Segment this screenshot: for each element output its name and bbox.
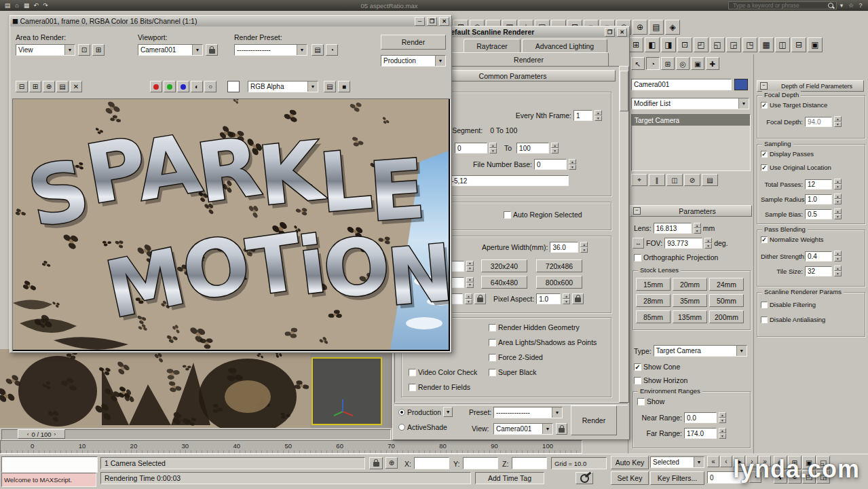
sample-radius-field[interactable]: 1.0 bbox=[805, 194, 832, 204]
undo-icon[interactable]: ↶ bbox=[31, 2, 41, 9]
lens-preset-button[interactable]: 50mm bbox=[709, 294, 744, 307]
dither-strength-spinner[interactable]: ▴▾ bbox=[834, 251, 842, 261]
area-lights-checkbox[interactable] bbox=[489, 339, 496, 346]
open-file-icon[interactable]: ⌂ bbox=[12, 2, 22, 9]
clear-image-icon[interactable]: ✕ bbox=[70, 81, 82, 92]
range-to-field[interactable]: 100 bbox=[516, 143, 549, 153]
hierarchy-tab[interactable]: ⊞ bbox=[661, 57, 675, 70]
pixel-aspect-lock-icon[interactable] bbox=[572, 293, 584, 304]
go-to-start-icon[interactable]: « bbox=[707, 456, 719, 467]
tile-size-field[interactable]: 32 bbox=[805, 266, 832, 276]
orthographic-checkbox[interactable] bbox=[634, 254, 641, 261]
set-keys-button[interactable] bbox=[575, 472, 593, 484]
minimize-icon[interactable]: ─ bbox=[415, 17, 425, 26]
clone-window-icon[interactable]: ⊕ bbox=[43, 81, 55, 92]
res-preset-button[interactable]: 720x486 bbox=[536, 259, 582, 272]
dither-strength-field[interactable]: 0.4 bbox=[805, 251, 832, 261]
auto-region-icon[interactable]: ⊞ bbox=[92, 44, 105, 56]
copy-image-icon[interactable]: ⊞ bbox=[29, 81, 41, 92]
disable-antialiasing-checkbox[interactable] bbox=[761, 316, 768, 323]
previous-frame-icon[interactable]: ‹ bbox=[720, 456, 732, 467]
communication-center-icon[interactable]: ▾ bbox=[837, 2, 846, 9]
maximize-icon[interactable]: ❐ bbox=[605, 28, 615, 37]
stack-item-selected[interactable]: Target Camera bbox=[632, 115, 750, 126]
rfw-render-button[interactable]: Render bbox=[381, 35, 446, 50]
range-to-spinner[interactable]: ▴▾ bbox=[551, 143, 559, 153]
manage-scene-icon[interactable]: ◈ bbox=[665, 20, 680, 35]
range-from-spinner[interactable]: ▴▾ bbox=[489, 143, 497, 153]
favorites-star-icon[interactable]: ☆ bbox=[846, 2, 856, 9]
maxscript-mini-listener-pink[interactable]: Welcome to MAXScript. bbox=[1, 473, 96, 487]
viewport-lock-icon[interactable] bbox=[206, 44, 218, 56]
lens-preset-button[interactable]: 20mm bbox=[673, 278, 707, 291]
time-slider-handle[interactable]: ‹ 0 / 100 › bbox=[18, 429, 65, 439]
output-width-spinner[interactable]: ▴▾ bbox=[466, 261, 474, 272]
array-icon[interactable]: ▤ bbox=[649, 20, 664, 35]
camera-type-dropdown[interactable]: Target Camera▼ bbox=[654, 345, 747, 357]
x-coordinate-field[interactable] bbox=[414, 457, 449, 469]
set-key-button[interactable]: Set Key bbox=[611, 471, 649, 485]
near-range-field[interactable]: 0.0 bbox=[684, 412, 717, 423]
toolbar2-icon-5[interactable]: ◰ bbox=[694, 37, 709, 52]
frame-back-icon[interactable]: ‹ bbox=[27, 431, 29, 437]
output-height-spinner[interactable]: ▴▾ bbox=[466, 277, 474, 288]
production-flyout-icon[interactable]: ▼ bbox=[443, 407, 453, 417]
frame-forward-icon[interactable]: › bbox=[54, 431, 56, 437]
dialog-render-button[interactable]: Render bbox=[571, 405, 617, 435]
rfw-viewport-dropdown[interactable]: Camera001▼ bbox=[138, 44, 203, 56]
tab-renderer[interactable]: Renderer bbox=[449, 52, 609, 66]
redo-icon[interactable]: ↷ bbox=[41, 2, 50, 9]
range-from-field[interactable]: 0 bbox=[455, 143, 487, 153]
layer-icon[interactable]: ▤ bbox=[324, 81, 336, 92]
display-passes-checkbox[interactable] bbox=[761, 151, 768, 158]
track-bar[interactable]: 0 10 20 30 40 50 60 70 80 90 100 bbox=[0, 440, 582, 454]
make-unique-icon[interactable]: ◫ bbox=[666, 174, 683, 186]
lens-preset-button[interactable]: 35mm bbox=[673, 294, 707, 307]
every-nth-frame-field[interactable]: 1 bbox=[573, 110, 592, 121]
aperture-width-field[interactable]: 36.0 bbox=[550, 242, 578, 253]
close-icon[interactable]: ✕ bbox=[617, 28, 627, 37]
toolbar2-icon-3[interactable]: ◨ bbox=[661, 37, 676, 52]
fov-field[interactable]: 93.773 bbox=[664, 238, 702, 249]
utilities-tab[interactable]: ✚ bbox=[706, 57, 719, 70]
key-filters-button[interactable]: Key Filters... bbox=[650, 471, 704, 485]
tab-advanced-lighting[interactable]: Advanced Lighting bbox=[522, 39, 607, 52]
environment-effects-icon[interactable]: ◔ bbox=[326, 44, 338, 56]
sample-bias-field[interactable]: 0.5 bbox=[805, 209, 832, 219]
file-number-base-spinner[interactable]: ▴▾ bbox=[569, 159, 576, 170]
toolbar2-icon-9[interactable]: ▦ bbox=[759, 37, 774, 52]
camera-viewport-scene[interactable] bbox=[0, 349, 311, 429]
res-preset-button[interactable]: 640x480 bbox=[481, 276, 527, 289]
lens-preset-button[interactable]: 85mm bbox=[636, 310, 671, 323]
object-name-field[interactable]: Camera001 bbox=[631, 79, 732, 90]
res-preset-button[interactable]: 800x600 bbox=[536, 276, 582, 289]
render-hidden-geometry-checkbox[interactable] bbox=[489, 324, 496, 331]
view-lock-icon[interactable] bbox=[556, 423, 567, 435]
tile-size-spinner[interactable]: ▴▾ bbox=[834, 266, 842, 276]
scrollbar-thumb[interactable] bbox=[620, 71, 628, 111]
collapse-icon[interactable]: − bbox=[760, 82, 768, 90]
activeshade-radio[interactable] bbox=[398, 424, 405, 431]
every-nth-frame-spinner[interactable]: ▴▾ bbox=[595, 110, 602, 121]
aperture-width-spinner[interactable]: ▴▾ bbox=[580, 242, 588, 253]
collapse-icon[interactable]: − bbox=[633, 207, 641, 215]
file-number-base-field[interactable]: 0 bbox=[534, 159, 567, 170]
pin-stack-icon[interactable]: ⌖ bbox=[631, 174, 647, 186]
lens-field[interactable]: 16.813 bbox=[654, 223, 692, 234]
toolbar2-icon-12[interactable]: ▣ bbox=[808, 37, 823, 52]
area-to-render-dropdown[interactable]: View▼ bbox=[16, 44, 75, 56]
blue-channel-icon[interactable] bbox=[177, 81, 189, 92]
configure-modifier-sets-icon[interactable]: ▤ bbox=[702, 174, 718, 186]
y-coordinate-field[interactable] bbox=[463, 457, 498, 469]
active-viewport[interactable] bbox=[312, 357, 382, 425]
pixel-aspect-spinner[interactable]: ▴▾ bbox=[563, 293, 570, 304]
help-icon[interactable]: ? bbox=[856, 2, 865, 9]
res-preset-button[interactable]: 320x240 bbox=[481, 259, 527, 272]
lens-spinner[interactable]: ▴▾ bbox=[694, 223, 701, 234]
rendered-image[interactable]: SPARKLE SPARKLE MOTiON MOTiON bbox=[12, 98, 451, 352]
focal-depth-spinner[interactable]: ▴▾ bbox=[834, 116, 842, 127]
save-image-icon[interactable]: ⊟ bbox=[16, 81, 28, 92]
fov-direction-icon[interactable]: ↔ bbox=[633, 238, 644, 249]
lens-preset-button[interactable]: 28mm bbox=[636, 294, 671, 307]
display-tab[interactable]: ▣ bbox=[691, 57, 704, 70]
